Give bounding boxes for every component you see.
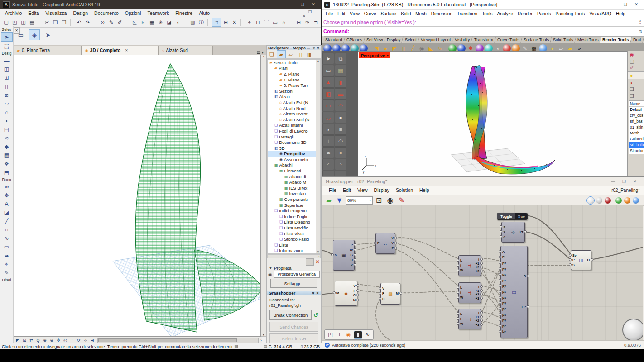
input-port[interactable]: L [460,258,462,262]
grasshopper-canvas[interactable]: Toggle True ◰⊥◉▮∿ SPWGUV▦PXYZ∴MVFCN◆VFCM… [322,205,643,340]
toolbar-icon[interactable]: ✕ [230,18,239,26]
side-tool-icon[interactable]: ▮ [335,76,346,88]
input-port[interactable]: S [572,263,575,267]
panel-tab-icon[interactable]: ◑ [628,79,643,86]
toolbar-icon[interactable]: ⌗ [212,18,221,27]
output-port[interactable]: Pt [520,230,523,234]
toolbar-icon[interactable]: ⊙ [98,18,107,26]
toolbar-icon[interactable]: ✑ [303,18,312,26]
close-button[interactable]: ✕ [630,178,640,185]
menu-item[interactable]: Edit [340,187,354,193]
maximize-button[interactable]: ❐ [619,178,629,185]
output-port[interactable]: i [478,285,479,289]
toolbox-icon[interactable]: ◪ [1,208,12,217]
toolbar-icon[interactable]: ✐ [115,18,124,26]
menu-item[interactable]: View [347,11,362,16]
grasshopper-palette-header[interactable]: Grasshopper ▾ ✕ [267,291,321,295]
tree-item[interactable]: Piani [268,66,320,71]
tree-item[interactable]: 1. Piano [268,77,320,83]
view-nav-icon[interactable]: ⟳ [76,338,82,343]
side-tool-icon[interactable]: + [322,135,334,147]
toolbar-icon[interactable]: ✂ [43,18,51,26]
output-port[interactable]: +3 [476,269,479,273]
tree-item[interactable]: Alzato Ovest [268,111,320,117]
toolbar-icon[interactable]: ▼ [335,196,344,205]
output-port[interactable]: i [478,257,479,262]
toolbox-icon[interactable]: ▭ [1,243,12,251]
toolbox-icon[interactable]: ⬚ [1,42,12,50]
menu-item[interactable]: Dimension [429,11,455,16]
side-tool-icon[interactable]: ◠ [335,135,346,147]
navigator-tree[interactable]: Senza Titolo Piani 2. Piano 1. Piano 0. … [267,59,321,254]
tree-item[interactable]: Alzati Interni [268,123,320,129]
layer-row[interactable]: 01_skin [629,124,644,130]
collapse-icon[interactable]: ▾ [313,46,315,50]
tab-close-icon[interactable]: ✕ [125,48,128,52]
tree-vscrollbar[interactable]: ▲▼ [316,60,320,253]
menu-item[interactable]: Help [416,187,433,193]
menu-item[interactable]: VisualARQ [587,11,614,16]
input-port[interactable]: pz [502,307,506,311]
side-tool-icon[interactable]: ◜ [322,159,334,170]
toolbar-tab[interactable]: CPlanes [344,36,365,43]
toolbar-icon[interactable]: ⊐ [312,18,320,26]
menu-item[interactable]: Archivio [2,10,25,16]
menu-item[interactable]: Edit [335,11,347,16]
tree-item[interactable]: Componenti [268,196,320,202]
side-tool-icon[interactable]: ➤ [322,53,334,64]
display-mode-icon[interactable] [596,197,602,204]
input-port[interactable]: px [502,278,506,282]
layer-row[interactable]: crv_cos [629,113,644,119]
input-port[interactable]: M [336,291,339,295]
toolbar-tab[interactable]: Curve Tools [495,36,523,43]
input-port[interactable]: W [460,322,463,326]
output-port[interactable]: P [351,243,353,247]
toolbar-icon[interactable]: ⊞ [221,18,230,26]
minimize-button[interactable]: — [287,1,297,8]
toolbox-icon[interactable]: ▱ [1,99,12,108]
toolbar-icon[interactable]: ⊟ [294,18,303,26]
toolbar-icon[interactable]: ▰ [325,196,333,205]
deconstruct-point-node[interactable]: PXYZ∴ [375,233,395,254]
side-tool-icon[interactable]: ▭ [322,65,334,76]
tree-item[interactable]: 0. Piano Terr [268,82,320,88]
layer-row[interactable]: Structur [629,148,644,154]
panel-tab-icon[interactable]: ▢ [628,58,643,65]
toolbar-icon[interactable]: ⌂ [279,18,288,26]
view-nav-icon[interactable]: ⊡ [21,338,28,343]
toolbar-tab[interactable]: Mesh Tools [575,36,602,43]
delete-view-icon[interactable]: ✕ [315,259,320,265]
toggle-value[interactable]: True [515,213,527,219]
tree-item[interactable]: Alzato Est (N [268,100,320,105]
navigator-tool-icon[interactable]: ◨ [305,51,313,58]
output-port[interactable]: +2 [476,292,479,296]
output-port[interactable]: W [350,248,353,252]
scroll-down-icon[interactable]: ∨ [639,22,641,25]
toolbar-icon[interactable]: ⓘ [197,18,206,26]
input-port[interactable]: Sy [572,253,577,257]
view-tab[interactable]: ⌂ Alzato Sud [159,46,213,55]
toolbox-icon[interactable]: ≃ [1,251,12,260]
toolbar-tab[interactable]: Draf [630,36,644,43]
navigator-header[interactable]: Navigatore - Mappa ... ▾ ✕ [267,46,321,50]
input-port[interactable]: S [335,253,337,257]
panel-tab-icon[interactable]: ✐ [628,65,643,71]
palette-close-icon[interactable]: ✕ [13,27,20,34]
canvas-tool-icon[interactable]: ∿ [364,331,371,338]
toolbox-icon[interactable]: ▦ [1,151,12,159]
output-port[interactable]: Y [391,241,394,245]
toolbox-icon[interactable]: ▤ [1,125,12,133]
layer-row[interactable]: srf_bulb [629,142,644,148]
toolbox-icon[interactable]: ⧄ [1,90,12,99]
side-tool-icon[interactable]: ⧉ [335,53,346,64]
input-port[interactable]: py [502,267,506,271]
zoom-select[interactable]: 80% ▾ [346,196,373,205]
settings-button[interactable]: Settaggi... [270,279,317,288]
mdi-window-controls[interactable]: _ ❐ ✕ [303,10,321,18]
tree-item[interactable]: Indici Progetto [268,208,320,214]
toolbar-tab[interactable]: Standard [322,36,345,43]
view-nav-icon[interactable]: ⇄ [28,338,34,343]
input-port[interactable]: pz [502,324,506,328]
input-port[interactable]: V [382,286,384,291]
panel-output-node[interactable]: SyPSO◫ [571,250,591,270]
